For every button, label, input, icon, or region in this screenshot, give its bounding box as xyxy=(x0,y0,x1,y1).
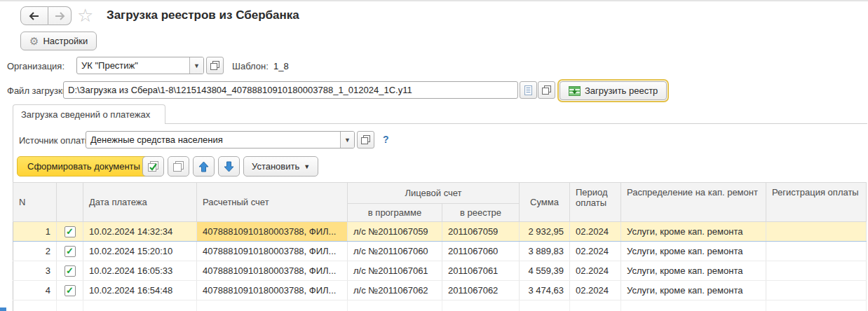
table-scroll-thumb[interactable] xyxy=(0,307,6,311)
payment-source-open-button[interactable] xyxy=(357,131,374,148)
load-registry-button[interactable]: Загрузить реестр xyxy=(560,81,667,100)
cell-sum[interactable]: 4 559,39 xyxy=(520,261,570,281)
cell-distribution[interactable]: Услуги, кроме кап. ремонта xyxy=(621,222,766,242)
cell-in-registry[interactable]: 2011067062 xyxy=(442,281,520,300)
load-registry-label: Загрузить реестр xyxy=(585,85,658,96)
help-link[interactable]: ? xyxy=(383,134,389,145)
move-down-button[interactable] xyxy=(218,156,240,177)
checkbox-check-icon: ✓ xyxy=(66,246,74,256)
table-row[interactable]: 3 ✓ 10.02.2024 16:05:33 4078881091018000… xyxy=(13,261,867,281)
favorite-star-icon[interactable]: ☆ xyxy=(77,4,93,27)
nav-history-group xyxy=(20,6,72,25)
chevron-down-icon[interactable]: ▼ xyxy=(340,132,354,148)
table-row[interactable]: 1 ✓ 10.02.2024 14:32:34 4078881091018000… xyxy=(13,222,867,242)
payment-source-combo[interactable]: Денежные средства населения ▼ xyxy=(86,131,355,148)
cell-n[interactable]: 4 xyxy=(13,281,57,300)
cell-period[interactable]: 02.2024 xyxy=(570,242,621,261)
row-checkbox[interactable]: ✓ xyxy=(65,285,76,296)
cell-sum[interactable]: 2 932,95 xyxy=(520,222,570,242)
table-empty-row xyxy=(13,300,867,311)
cell-registration[interactable] xyxy=(766,261,867,281)
cell-account[interactable]: 40788810910180003788, ФИЛ... xyxy=(197,222,348,242)
payment-source-value: Денежные средства населения xyxy=(86,132,340,148)
page-title: Загрузка реестров из Сбербанка xyxy=(107,8,299,22)
table-row[interactable]: 4 ✓ 10.02.2024 16:54:48 4078881091018000… xyxy=(13,281,867,300)
forward-button[interactable] xyxy=(48,6,72,25)
cell-in-program[interactable]: л/с №2011067059 xyxy=(348,222,442,242)
payment-source-label: Источник оплаты: xyxy=(19,135,94,146)
cell-sum[interactable]: 3 889,83 xyxy=(520,242,570,261)
organization-open-button[interactable] xyxy=(206,57,224,74)
cell-date[interactable]: 10.02.2024 16:54:48 xyxy=(83,281,197,300)
set-menu-button[interactable]: Установить ▼ xyxy=(243,156,318,177)
tab-payments-info[interactable]: Загрузка сведений о платежах xyxy=(13,104,165,124)
file-open-button[interactable] xyxy=(538,81,555,99)
settings-button-label: Настройки xyxy=(43,36,88,46)
load-registry-highlight: Загрузить реестр xyxy=(557,79,669,102)
cell-registration[interactable] xyxy=(766,222,867,242)
cell-registration[interactable] xyxy=(766,281,867,300)
col-header-personal-account: Лицевой счет xyxy=(348,183,520,204)
col-header-date: Дата платежа xyxy=(83,183,197,222)
cell-period[interactable]: 02.2024 xyxy=(570,261,621,281)
col-header-sum: Сумма xyxy=(520,183,570,222)
file-path-input[interactable]: D:\Загрузка из Сбера\1-8\1215143804_4078… xyxy=(63,81,518,99)
back-icon xyxy=(29,12,40,20)
cell-checkbox[interactable]: ✓ xyxy=(57,281,83,300)
row-checkbox[interactable]: ✓ xyxy=(65,265,76,277)
open-picker-icon xyxy=(210,61,219,70)
cell-distribution[interactable]: Услуги, кроме кап. ремонта xyxy=(621,281,766,300)
template-value: 1_8 xyxy=(273,61,289,71)
checkbox-check-icon: ✓ xyxy=(66,265,74,276)
settings-button[interactable]: ⚙ Настройки xyxy=(20,32,97,50)
cell-n[interactable]: 2 xyxy=(13,242,57,261)
back-button[interactable] xyxy=(20,6,48,25)
move-up-icon xyxy=(198,161,209,172)
cell-account[interactable]: 40788810910180003788, ФИЛ... xyxy=(197,242,348,261)
col-header-period: Период оплаты xyxy=(570,183,621,222)
cell-checkbox[interactable]: ✓ xyxy=(57,242,83,261)
cell-in-registry[interactable]: 2011067059 xyxy=(442,222,520,242)
chevron-down-icon[interactable]: ▼ xyxy=(189,57,203,74)
cell-n[interactable]: 3 xyxy=(13,261,57,281)
cell-n[interactable]: 1 xyxy=(13,222,57,242)
open-picker-icon xyxy=(361,135,370,144)
cell-in-program[interactable]: л/с №2011067061 xyxy=(348,261,442,281)
cell-distribution[interactable]: Услуги, кроме кап. ремонта xyxy=(621,242,766,261)
move-down-icon xyxy=(224,161,234,172)
gear-icon: ⚙ xyxy=(29,36,39,46)
load-registry-icon xyxy=(569,86,581,96)
generate-documents-button[interactable]: Сформировать документы xyxy=(17,156,151,177)
move-up-button[interactable] xyxy=(193,156,215,177)
cell-date[interactable]: 10.02.2024 14:32:34 xyxy=(83,222,197,242)
cell-sum[interactable]: 3 474,63 xyxy=(520,281,570,300)
cell-in-registry[interactable]: 2011067061 xyxy=(442,261,520,281)
cell-period[interactable]: 02.2024 xyxy=(570,281,621,300)
chevron-down-icon: ▼ xyxy=(304,163,310,170)
cell-date[interactable]: 10.02.2024 16:05:33 xyxy=(83,261,197,281)
cell-account[interactable]: 40788810910180003788, ФИЛ... xyxy=(197,261,348,281)
checkbox-check-icon: ✓ xyxy=(66,226,74,237)
cell-date[interactable]: 10.02.2024 15:20:10 xyxy=(83,242,197,261)
row-checkbox[interactable]: ✓ xyxy=(65,226,76,237)
set-menu-label: Установить xyxy=(252,161,299,172)
app-window: ☆ Загрузка реестров из Сбербанка ⚙ Настр… xyxy=(0,0,868,311)
cell-in-program[interactable]: л/с №2011067062 xyxy=(348,281,442,300)
col-header-checkbox xyxy=(57,183,83,222)
cell-checkbox[interactable]: ✓ xyxy=(57,261,83,281)
cell-registration[interactable] xyxy=(766,242,867,261)
organization-combo[interactable]: УК "Престиж" ▼ xyxy=(76,57,204,74)
row-checkbox[interactable]: ✓ xyxy=(65,246,76,257)
view-file-button[interactable] xyxy=(520,81,537,99)
cell-account[interactable]: 40788810910180003788, ФИЛ... xyxy=(197,281,348,300)
table-row[interactable]: 2 ✓ 10.02.2024 15:20:10 4078881091018000… xyxy=(13,242,867,261)
forward-icon xyxy=(54,12,65,20)
cell-distribution[interactable]: Услуги, кроме кап. ремонта xyxy=(621,261,766,281)
check-all-button[interactable] xyxy=(142,156,164,177)
cell-period[interactable]: 02.2024 xyxy=(570,222,621,242)
cell-in-program[interactable]: л/с №2011067060 xyxy=(348,242,442,261)
cell-in-registry[interactable]: 2011067060 xyxy=(442,242,520,261)
cell-checkbox[interactable]: ✓ xyxy=(57,222,83,242)
file-label: Файл загрузки: xyxy=(7,85,70,96)
uncheck-all-button[interactable] xyxy=(168,156,189,177)
